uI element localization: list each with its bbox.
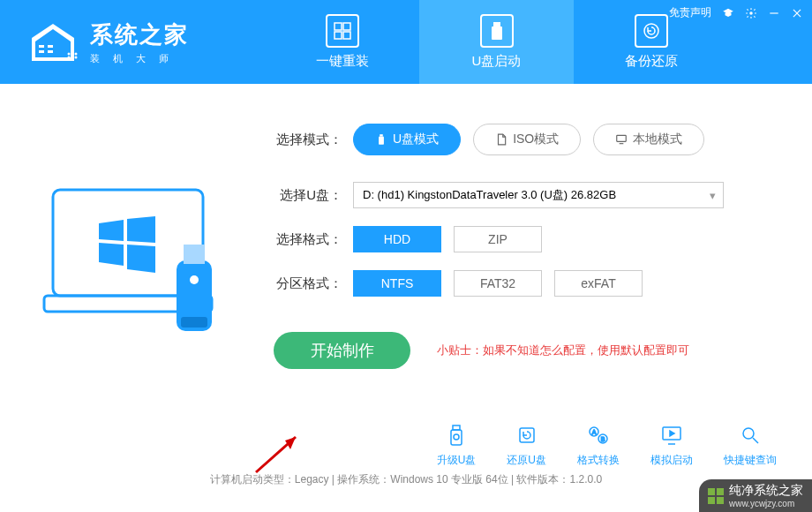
svg-rect-13: [343, 32, 350, 39]
restore-icon: [515, 423, 539, 448]
tip-text: 小贴士：如果不知道怎么配置，使用默认配置即可: [437, 343, 689, 358]
svg-rect-29: [617, 135, 627, 141]
keyboard-search-icon: [738, 423, 763, 448]
app-header: 系统之家 装 机 大 师 一键重装 U盘启动 备份还原 免责声明: [0, 0, 812, 84]
window-controls: 免责声明: [669, 5, 803, 20]
svg-rect-27: [380, 134, 383, 136]
usb-upgrade-icon: [444, 423, 469, 448]
svg-point-35: [454, 434, 459, 440]
partition-row: 分区格式： NTFS FAT32 exFAT: [274, 270, 777, 297]
tab-label: 一键重装: [316, 53, 369, 70]
tool-hotkey-query[interactable]: 快捷键查询: [724, 423, 777, 468]
partition-fat32-button[interactable]: FAT32: [454, 270, 542, 297]
minimize-icon[interactable]: [768, 7, 780, 19]
format-label: 选择格式：: [274, 231, 353, 248]
mode-iso-button[interactable]: ISO模式: [473, 124, 581, 155]
svg-point-25: [190, 275, 199, 284]
mode-label: 选择模式：: [274, 132, 353, 148]
monitor-play-icon: [659, 423, 684, 448]
tool-restore-usb[interactable]: 还原U盘: [507, 423, 546, 468]
tool-simulate-boot[interactable]: 模拟启动: [650, 423, 693, 468]
graduation-cap-icon[interactable]: [722, 7, 734, 19]
format-row: 选择格式： HDD ZIP: [274, 226, 777, 252]
svg-rect-15: [492, 26, 502, 40]
svg-rect-46: [708, 488, 715, 495]
svg-rect-0: [39, 45, 44, 48]
format-hdd-button[interactable]: HDD: [353, 226, 441, 252]
svg-point-4: [68, 52, 71, 55]
brand-subtitle: 装 机 大 师: [90, 52, 189, 65]
svg-rect-47: [717, 488, 724, 495]
svg-rect-34: [451, 430, 462, 445]
udisk-row: 选择U盘： D: (hd1) KingstonDataTraveler 3.0 …: [274, 182, 777, 208]
svg-rect-26: [181, 317, 207, 328]
svg-rect-12: [335, 32, 342, 39]
convert-icon: AB: [586, 423, 611, 448]
svg-rect-10: [335, 23, 342, 30]
svg-rect-14: [493, 22, 500, 26]
brand: 系统之家 装 机 大 师: [26, 19, 189, 65]
svg-line-45: [753, 438, 758, 443]
partition-ntfs-button[interactable]: NTFS: [353, 270, 441, 297]
brand-title: 系统之家: [90, 19, 189, 50]
usb-drive-icon: [480, 14, 514, 48]
usb-icon: [375, 133, 387, 146]
start-row: 开始制作 小贴士：如果不知道怎么配置，使用默认配置即可: [274, 332, 777, 369]
svg-point-5: [71, 52, 74, 55]
svg-point-7: [68, 56, 71, 58]
chevron-down-icon: ▾: [710, 189, 716, 202]
watermark-title: 纯净系统之家: [729, 483, 803, 499]
svg-marker-43: [670, 431, 674, 436]
format-zip-button[interactable]: ZIP: [454, 226, 542, 252]
svg-rect-3: [48, 50, 53, 53]
status-bar: 计算机启动类型：Legacy | 操作系统：Windows 10 专业版 64位…: [0, 472, 812, 490]
disclaimer-link[interactable]: 免责声明: [669, 5, 711, 20]
tab-one-click-reinstall[interactable]: 一键重装: [265, 0, 419, 84]
tool-upgrade-usb[interactable]: 升级U盘: [437, 423, 477, 468]
monitor-icon: [615, 133, 628, 146]
mode-local-button[interactable]: 本地模式: [593, 124, 704, 155]
house-logo-icon: [26, 20, 79, 64]
gear-icon[interactable]: [745, 7, 757, 19]
svg-rect-24: [184, 245, 205, 264]
mode-row: 选择模式： U盘模式 ISO模式 本地模式: [274, 124, 777, 155]
watermark-url: www.ycwjzy.com: [729, 499, 803, 508]
restore-monitor-icon: [635, 14, 668, 48]
udisk-value: D: (hd1) KingstonDataTraveler 3.0 (U盘) 2…: [363, 187, 616, 203]
file-icon: [495, 133, 508, 146]
close-icon[interactable]: [791, 7, 803, 19]
tab-label: U盘启动: [472, 53, 522, 70]
svg-point-8: [71, 56, 74, 58]
svg-text:A: A: [592, 429, 597, 435]
svg-rect-1: [39, 50, 44, 53]
monitor-windows-icon: [326, 14, 359, 48]
laptop-usb-illustration: [35, 163, 238, 366]
svg-point-17: [749, 11, 753, 15]
svg-point-6: [75, 52, 78, 55]
svg-point-44: [743, 428, 754, 439]
watermark-logo-icon: [708, 488, 724, 504]
watermark: 纯净系统之家 www.ycwjzy.com: [699, 479, 812, 512]
svg-rect-48: [708, 497, 715, 504]
svg-rect-2: [48, 45, 53, 48]
start-make-button[interactable]: 开始制作: [274, 332, 410, 369]
partition-exfat-button[interactable]: exFAT: [554, 270, 643, 297]
tab-usb-boot[interactable]: U盘启动: [419, 0, 574, 84]
svg-text:B: B: [601, 436, 605, 442]
bottom-toolbar: 升级U盘 还原U盘 AB 格式转换 模拟启动 快捷键查询: [437, 423, 777, 468]
tab-label: 备份还原: [625, 53, 678, 70]
udisk-label: 选择U盘：: [274, 187, 353, 204]
svg-rect-28: [379, 137, 384, 145]
svg-point-9: [75, 56, 78, 58]
mode-usb-button[interactable]: U盘模式: [353, 124, 461, 155]
svg-rect-49: [717, 497, 724, 504]
main-tabs: 一键重装 U盘启动 备份还原: [265, 0, 728, 84]
tool-format-convert[interactable]: AB 格式转换: [577, 423, 620, 468]
udisk-select[interactable]: D: (hd1) KingstonDataTraveler 3.0 (U盘) 2…: [353, 182, 724, 208]
svg-rect-11: [343, 23, 350, 30]
partition-label: 分区格式：: [274, 275, 353, 292]
